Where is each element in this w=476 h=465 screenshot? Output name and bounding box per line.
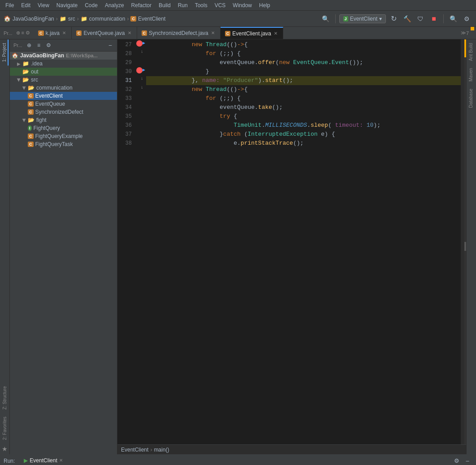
sidebar-btn-minimize[interactable]: – (105, 40, 115, 50)
tree-item-fight[interactable]: ▶ 📂 fight (10, 116, 117, 124)
right-tab-maven[interactable]: Maven (467, 65, 475, 85)
left-tab-structure[interactable]: Z: Structure (1, 383, 8, 413)
out-label: out (31, 69, 39, 75)
sidebar-btn-locate[interactable]: ⊕ (24, 40, 34, 50)
sidebar-btn-settings[interactable]: ⚙ (44, 40, 54, 50)
sidebar-btn-sort[interactable]: ≡ (34, 40, 44, 50)
run-tab-eventclient[interactable]: ▶ EventClient ✕ (20, 456, 66, 465)
line-numbers: 27 28 29 30 31 32 33 34 35 36 37 38 (117, 39, 135, 444)
toolbar: 🏠 JavaGaoBingFan › 📁 src › 📁 communicati… (0, 11, 476, 27)
tree-item-fightquery[interactable]: I FightQuery (10, 124, 117, 132)
breadcrumb-method-class[interactable]: EventClient (121, 447, 148, 453)
tab-k-close[interactable]: ✕ (61, 30, 67, 36)
breadcrumb-eventclient[interactable]: EventClient (138, 16, 165, 22)
code-line-34: eventQueue.take(); (146, 103, 461, 112)
left-tab-favorites[interactable]: 2: Favorites (1, 413, 8, 443)
toolbar-search-everywhere[interactable]: 🔍 (320, 13, 332, 25)
tab-syncdefect-label: SynchronizedDefect.java (149, 30, 208, 36)
toolbar-settings-btn[interactable]: ⚙ (461, 13, 472, 25)
left-panel-pin[interactable]: ★ (1, 443, 9, 454)
menu-item-navigate[interactable]: Navigate (53, 1, 81, 9)
menu-item-run[interactable]: Run (174, 1, 191, 9)
fight-arrow: ▶ (22, 118, 27, 122)
tree-item-communication[interactable]: ▶ 📂 communication (10, 84, 117, 92)
communication-arrow: ▶ (22, 86, 27, 90)
breadcrumb-method-name[interactable]: main() (154, 447, 169, 453)
right-tab-database[interactable]: Database (467, 85, 475, 112)
breakpoint-32[interactable] (136, 67, 143, 73)
menu-item-code[interactable]: Code (81, 1, 101, 9)
project-tree: 🏠 JavaGaoBingFan E:\WorkSpa... ▶ 📁 .idea… (10, 52, 117, 454)
line-num-35: 35 (117, 112, 132, 121)
menu-item-analyze[interactable]: Analyze (101, 1, 128, 9)
tree-item-idea[interactable]: ▶ 📁 .idea (10, 60, 117, 68)
run-label: Run: (4, 458, 15, 464)
code-line-31: }, name: "Producer").start(); (146, 76, 461, 85)
toolbar-build-btn[interactable]: 🔨 (401, 13, 413, 25)
tab-eventclient[interactable]: C EventClient.java ✕ (221, 27, 283, 39)
left-tab-project[interactable]: 1: Project (1, 39, 9, 65)
menu-item-file[interactable]: File (2, 1, 17, 9)
tree-item-src[interactable]: ▶ 📂 src (10, 76, 117, 84)
menu-item-vcs[interactable]: VCS (211, 1, 229, 9)
main-layout: 1: Project Z: Structure 2: Favorites ★ P… (0, 39, 476, 454)
line-marker-32: ▶ (143, 67, 145, 73)
right-panel: Ant Build Maven Database (466, 39, 476, 454)
run-config-dropdown[interactable]: J EventClient ▾ (339, 14, 386, 23)
down-arrow-28: ↓ (141, 49, 143, 54)
breakpoint-27[interactable] (136, 40, 143, 47)
editor-scrollbar[interactable] (461, 39, 466, 444)
fightquery-file-icon: I (28, 125, 32, 131)
tab-eventqueue[interactable]: C EventQueue.java ✕ (72, 27, 137, 39)
panel-settings-btn[interactable]: ⚙ (452, 456, 462, 465)
toolbar-shield-btn[interactable]: 🛡 (415, 13, 426, 25)
tab-k-icon: C (38, 30, 44, 36)
tree-item-out[interactable]: ▶ 📂 out (10, 68, 117, 76)
code-content[interactable]: new Thread(()->{ for (;;) { eventQueue.o… (146, 39, 461, 444)
breadcrumb-project[interactable]: JavaGaoBingFan (13, 16, 54, 22)
code-editor[interactable]: 27 28 29 30 31 32 33 34 35 36 37 38 ▶ (117, 39, 466, 444)
line-num-27: 27 (117, 40, 132, 49)
toolbar-refresh-btn[interactable]: ↻ (388, 13, 399, 25)
right-tab-ant[interactable]: Ant Build (467, 39, 475, 65)
line-num-28: 28 (117, 49, 132, 58)
tab-syncdefect[interactable]: C SynchronizedDefect.java ✕ (137, 27, 221, 39)
tab-sidebar-icons: ⊕ ≡ ⚙ (14, 30, 32, 36)
tab-eventqueue-icon: C (76, 30, 82, 36)
tabs-overflow[interactable]: ≫ 7 (461, 30, 471, 36)
tree-item-eventqueue[interactable]: C EventQueue (10, 100, 117, 108)
root-icon: 🏠 (12, 52, 18, 59)
breadcrumb-communication[interactable]: communication (89, 16, 125, 22)
tab-syncdefect-close[interactable]: ✕ (210, 30, 216, 36)
tree-root[interactable]: 🏠 JavaGaoBingFan E:\WorkSpa... (10, 52, 117, 60)
menu-item-edit[interactable]: Edit (17, 1, 34, 9)
tree-item-eventclient[interactable]: C EventClient (10, 92, 117, 100)
tab-eventclient-close[interactable]: ✕ (273, 30, 278, 36)
tab-eventqueue-close[interactable]: ✕ (127, 30, 132, 36)
tree-item-syncdefect[interactable]: C SynchronizedDefect (10, 108, 117, 116)
tab-eventclient-label: EventClient.java (232, 30, 271, 37)
menu-item-refactor[interactable]: Refactor (128, 1, 155, 9)
breadcrumb-src[interactable]: src (68, 16, 75, 22)
toolbar-stop-btn[interactable]: ■ (428, 13, 440, 25)
sidebar-title-label: Pr... (12, 43, 24, 48)
fightqueryexample-label: FightQueryExample (35, 133, 83, 139)
scrollbar-thumb-yellow[interactable] (464, 39, 466, 57)
toolbar-search-btn[interactable]: 🔍 (447, 13, 459, 25)
breadcrumb-project-icon: 🏠 (4, 15, 11, 22)
menu-item-window[interactable]: Window (229, 1, 255, 9)
menu-item-build[interactable]: Build (155, 1, 174, 9)
eventqueue-label: EventQueue (35, 101, 65, 107)
tab-k-java[interactable]: C k.java ✕ (34, 27, 72, 39)
menu-item-view[interactable]: View (34, 1, 53, 9)
tree-item-fightqueryexample[interactable]: C FightQueryExample (10, 132, 117, 140)
menu-item-help[interactable]: Help (255, 1, 274, 9)
menu-item-tools[interactable]: Tools (191, 1, 211, 9)
scrollbar-thumb[interactable] (464, 242, 466, 251)
down-arrow-35: ↓ (141, 85, 143, 90)
run-config-icon: J (343, 16, 348, 22)
tree-item-fightquerytask[interactable]: C FightQueryTask (10, 140, 117, 148)
run-tab-close[interactable]: ✕ (59, 458, 63, 463)
panel-minimize-btn[interactable]: – (463, 456, 472, 465)
panel-controls: ⚙ – (452, 456, 472, 465)
